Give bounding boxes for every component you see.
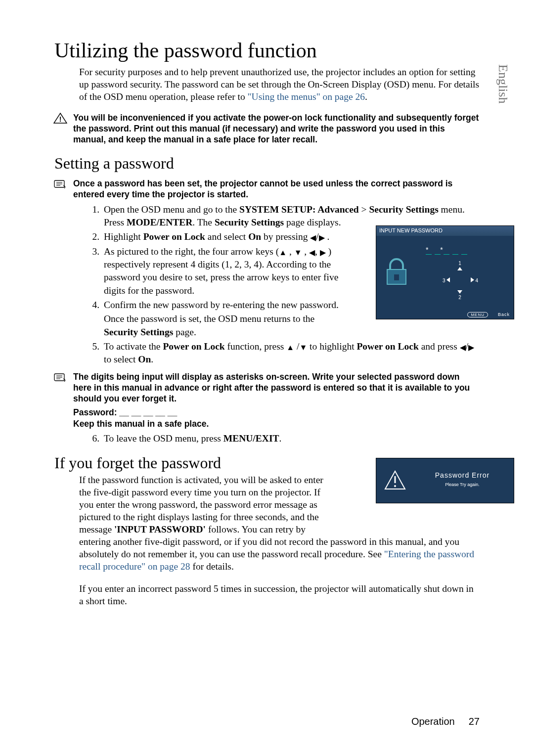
arrow-down-icon: ▼	[294, 248, 302, 257]
link-using-menus[interactable]: "Using the menus" on page 26	[248, 91, 365, 102]
menu-button-label: MENU	[467, 312, 488, 317]
page-number: 27	[469, 716, 480, 727]
password-asterisks: * *	[426, 246, 448, 254]
arrow-up-icon	[457, 267, 462, 270]
heading-main: Utilizing the password function	[54, 39, 480, 62]
section-name: Operation	[411, 716, 455, 727]
error-title: Password Error	[416, 471, 509, 479]
arrow-left-icon	[446, 277, 450, 282]
note-callout-2: The digits being input will display as a…	[54, 372, 480, 404]
note-icon	[53, 372, 68, 383]
warning-text-1: You will be inconvenienced if you activa…	[73, 113, 480, 145]
page: English Utilizing the password function …	[0, 0, 534, 756]
lock-icon	[384, 257, 409, 288]
arrow-left-icon: ◀	[309, 248, 315, 257]
language-tab: English	[495, 64, 510, 103]
note-icon	[53, 178, 68, 189]
figure-input-password: INPUT NEW PASSWORD * * 1 2 3 4 MENUBack	[376, 225, 514, 319]
note-text-1: Once a password has been set, the projec…	[73, 178, 480, 200]
intro-paragraph: For security purposes and to help preven…	[79, 66, 480, 103]
note-callout-1: Once a password has been set, the projec…	[54, 178, 480, 200]
figure-footer: MENUBack	[376, 310, 514, 324]
keep-manual-note: Keep this manual in a safe place.	[73, 419, 480, 429]
svg-text:!: !	[59, 115, 62, 123]
arrow-right-icon: ▶	[319, 233, 325, 242]
intro-text-b: .	[365, 91, 367, 102]
warning-icon: !	[53, 113, 68, 124]
page-footer: Operation27	[411, 716, 480, 727]
arrow-right-icon: ▶	[320, 248, 326, 257]
arrow-right-icon	[471, 277, 474, 282]
step-5: To activate the Power on Lock function, …	[102, 340, 480, 366]
arrow-up-icon: ▲	[286, 343, 294, 352]
arrow-down-icon: ▼	[299, 343, 307, 352]
content-area: Utilizing the password function For secu…	[54, 39, 480, 617]
warning-callout-1: ! You will be inconvenienced if you acti…	[54, 113, 480, 145]
password-write-line: Password: __ __ __ __ __	[73, 407, 480, 418]
arrow-left-icon: ◀	[460, 343, 466, 352]
figure-password-error: Password Error Please Try again.	[376, 458, 514, 503]
arrow-left-icon: ◀	[310, 233, 316, 242]
steps-list-cont: To leave the OSD menu, press MENU/EXIT.	[79, 432, 480, 445]
forget-paragraph-2: If you enter an incorrect password 5 tim…	[79, 583, 480, 608]
dpad: 1 2 3 4	[441, 261, 480, 300]
note-text-2: The digits being input will display as a…	[73, 372, 480, 404]
heading-setting-password: Setting a password	[54, 154, 480, 173]
figure-title: INPUT NEW PASSWORD	[376, 226, 514, 236]
error-subtitle: Please Try again.	[416, 482, 509, 487]
step-6: To leave the OSD menu, press MENU/EXIT.	[102, 432, 480, 445]
arrow-up-icon: ▲	[279, 248, 287, 257]
svg-rect-11	[394, 274, 399, 280]
warning-icon	[384, 470, 406, 492]
arrow-right-icon: ▶	[468, 343, 474, 352]
svg-point-14	[394, 485, 396, 487]
arrow-down-icon	[457, 290, 462, 294]
